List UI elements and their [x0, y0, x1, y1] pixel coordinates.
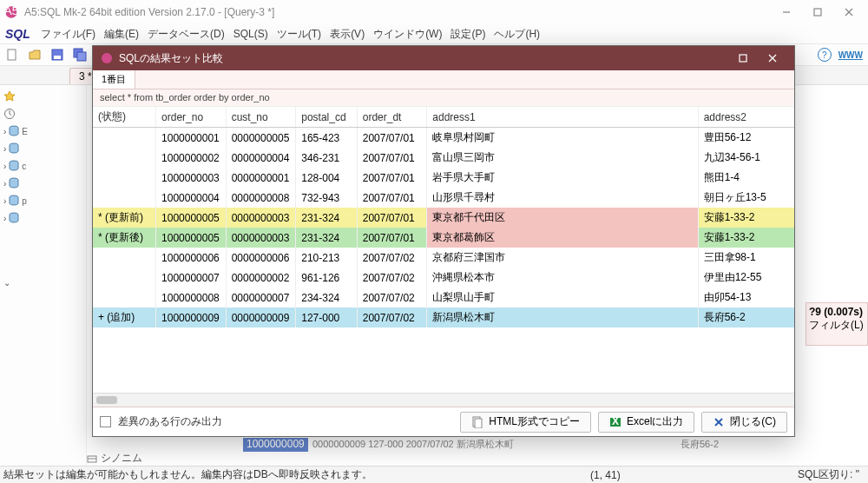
cell-date[interactable]: 2007/07/02 [357, 268, 427, 288]
cell-address1[interactable]: 沖縄県松本市 [427, 268, 698, 288]
col-order-dt[interactable]: order_dt [357, 107, 427, 128]
cell-address2[interactable]: 朝日ヶ丘13-5 [698, 188, 794, 208]
col-order-no[interactable]: order_no [156, 107, 227, 128]
filter-label[interactable]: フィルタ(L) [809, 318, 865, 333]
cell-postal[interactable]: 346-231 [296, 148, 358, 168]
grid-row[interactable]: 10000000010000000005165-4232007/07/01岐阜県… [93, 128, 794, 149]
dialog-close-button[interactable] [758, 49, 787, 68]
cell-cust-no[interactable]: 0000000003 [226, 228, 296, 248]
menu-sql[interactable]: SQL(S) [233, 28, 268, 40]
close-button[interactable] [833, 2, 865, 23]
cell-state[interactable]: + (追加) [93, 308, 156, 328]
grid-row[interactable]: 10000000060000000006210-2132007/07/02京都府… [93, 248, 794, 268]
cell-date[interactable]: 2007/07/01 [357, 208, 427, 228]
cell-address2[interactable]: 九辺34-56-1 [698, 148, 794, 168]
grid-row[interactable]: 10000000040000000008732-9432007/07/01山形県… [93, 188, 794, 208]
col-address1[interactable]: address1 [427, 107, 698, 128]
cell-cust-no[interactable]: 0000000005 [226, 128, 296, 149]
cell-cust-no[interactable]: 0000000004 [226, 148, 296, 168]
cell-order-no[interactable]: 1000000004 [156, 188, 227, 208]
menu-database[interactable]: データベース(D) [148, 27, 225, 42]
cell-address1[interactable]: 山梨県山手町 [427, 288, 698, 308]
grid-horizontal-scrollbar[interactable] [93, 393, 794, 407]
cell-address1[interactable]: 山形県千尋村 [427, 188, 698, 208]
db-icon[interactable] [8, 177, 20, 189]
cell-cust-no[interactable]: 0000000003 [226, 208, 296, 228]
cell-address2[interactable]: 長府56-2 [698, 308, 794, 328]
diff-only-checkbox[interactable] [100, 416, 111, 427]
cell-order-no[interactable]: 1000000005 [156, 228, 227, 248]
cell-postal[interactable]: 961-126 [296, 268, 358, 288]
cell-address2[interactable]: 伊里由12-55 [698, 268, 794, 288]
cell-date[interactable]: 2007/07/01 [357, 228, 427, 248]
clock-icon[interactable] [3, 108, 16, 120]
col-state[interactable]: (状態) [93, 107, 156, 128]
dialog-tab-1[interactable]: 1番目 [93, 70, 135, 89]
cell-postal[interactable]: 231-324 [296, 228, 358, 248]
cell-address2[interactable]: 豊田56-12 [698, 128, 794, 149]
cell-postal[interactable]: 732-943 [296, 188, 358, 208]
toolbar-saveall-icon[interactable] [73, 48, 87, 62]
close-dialog-button[interactable]: 閉じる(C) [701, 412, 787, 433]
menu-tool[interactable]: ツール(T) [277, 27, 321, 42]
cell-order-no[interactable]: 1000000009 [156, 308, 227, 328]
cell-order-no[interactable]: 1000000005 [156, 208, 227, 228]
grid-row[interactable]: + (追加)10000000090000000009127-0002007/07… [93, 308, 794, 328]
cell-address1[interactable]: 岩手県大手町 [427, 168, 698, 188]
minimize-button[interactable] [771, 2, 802, 23]
cell-date[interactable]: 2007/07/02 [357, 288, 427, 308]
cell-postal[interactable]: 128-004 [296, 168, 358, 188]
grid-row[interactable]: 10000000020000000004346-2312007/07/01富山県… [93, 148, 794, 168]
cell-postal[interactable]: 234-324 [296, 288, 358, 308]
grid-row[interactable]: * (更新後)10000000050000000003231-3242007/0… [93, 228, 794, 248]
cell-date[interactable]: 2007/07/02 [357, 248, 427, 268]
cell-address2[interactable]: 安藤1-33-2 [698, 208, 794, 228]
grid-row[interactable]: 10000000080000000007234-3242007/07/02山梨県… [93, 288, 794, 308]
db-icon[interactable] [8, 142, 20, 155]
result-grid[interactable]: (状態) order_no cust_no postal_cd order_dt… [93, 107, 794, 393]
cell-state[interactable] [93, 128, 156, 149]
cell-postal[interactable]: 127-000 [296, 308, 358, 328]
cell-address2[interactable]: 安藤1-33-2 [698, 228, 794, 248]
cell-state[interactable] [93, 268, 156, 288]
cell-address1[interactable]: 東京都葛飾区 [427, 228, 698, 248]
cell-date[interactable]: 2007/07/02 [357, 308, 427, 328]
col-address2[interactable]: address2 [698, 107, 794, 128]
grid-row[interactable]: 10000000030000000001128-0042007/07/01岩手県… [93, 168, 794, 188]
cell-state[interactable] [93, 248, 156, 268]
col-postal-cd[interactable]: postal_cd [296, 107, 358, 128]
export-excel-button[interactable]: X Excelに出力 [598, 412, 694, 433]
dialog-maximize-button[interactable] [728, 49, 758, 68]
menu-settings[interactable]: 設定(P) [450, 27, 485, 42]
cell-state[interactable] [93, 288, 156, 308]
cell-order-no[interactable]: 1000000007 [156, 268, 227, 288]
grid-row[interactable]: * (更新前)10000000050000000003231-3242007/0… [93, 208, 794, 228]
copy-html-button[interactable]: HTML形式でコピー [460, 412, 591, 433]
cell-order-no[interactable]: 1000000001 [156, 128, 227, 149]
cell-cust-no[interactable]: 0000000008 [226, 188, 296, 208]
cell-postal[interactable]: 210-213 [296, 248, 358, 268]
db-icon[interactable] [8, 160, 20, 172]
tree-chevron-icon[interactable]: › [3, 127, 6, 136]
col-cust-no[interactable]: cust_no [226, 107, 296, 128]
grid-row[interactable]: 10000000070000000002961-1262007/07/02沖縄県… [93, 268, 794, 288]
cell-order-no[interactable]: 1000000002 [156, 148, 227, 168]
cell-state[interactable]: * (更新前) [93, 208, 156, 228]
cell-state[interactable] [93, 188, 156, 208]
help-icon[interactable]: ? [818, 48, 832, 62]
cell-address1[interactable]: 京都府三津国市 [427, 248, 698, 268]
cell-order-no[interactable]: 1000000006 [156, 248, 227, 268]
menu-view[interactable]: 表示(V) [330, 27, 365, 42]
db-icon[interactable] [8, 125, 20, 137]
cell-state[interactable] [93, 148, 156, 168]
cell-cust-no[interactable]: 0000000009 [226, 308, 296, 328]
cell-address1[interactable]: 東京都千代田区 [427, 208, 698, 228]
cell-order-no[interactable]: 1000000003 [156, 168, 227, 188]
toolbar-new-icon[interactable] [5, 48, 19, 62]
cell-address2[interactable]: 由卯54-13 [698, 288, 794, 308]
cell-address1[interactable]: 富山県三岡市 [427, 148, 698, 168]
menu-file[interactable]: ファイル(F) [41, 27, 95, 42]
cell-address2[interactable]: 三田拿98-1 [698, 248, 794, 268]
favorite-icon[interactable] [3, 90, 16, 103]
cell-state[interactable] [93, 168, 156, 188]
